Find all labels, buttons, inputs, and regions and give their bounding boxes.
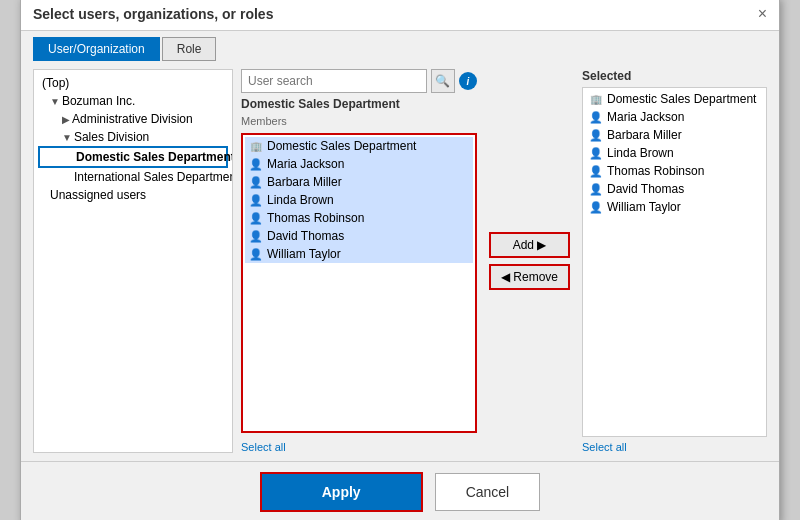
- selected-item[interactable]: 👤 David Thomas: [585, 180, 764, 198]
- selected-item[interactable]: 👤 Linda Brown: [585, 144, 764, 162]
- user-icon: 👤: [249, 247, 263, 261]
- tab-bar: User/Organization Role: [21, 31, 779, 61]
- search-input[interactable]: [241, 69, 427, 93]
- search-bar: 🔍 i: [241, 69, 477, 93]
- org-icon: 🏢: [589, 92, 603, 106]
- close-button[interactable]: ×: [758, 6, 767, 22]
- selected-item[interactable]: 👤 Barbara Miller: [585, 126, 764, 144]
- user-icon: 👤: [589, 110, 603, 124]
- selected-item[interactable]: 🏢 Domestic Sales Department: [585, 90, 764, 108]
- list-item[interactable]: 👤 David Thomas: [245, 227, 473, 245]
- list-item[interactable]: 👤 Thomas Robinson: [245, 209, 473, 227]
- user-icon: 👤: [249, 229, 263, 243]
- expand-icon: ▶: [62, 114, 70, 125]
- user-icon: 👤: [249, 211, 263, 225]
- cancel-button[interactable]: Cancel: [435, 473, 541, 511]
- list-item[interactable]: 👤 Maria Jackson: [245, 155, 473, 173]
- selected-item[interactable]: 👤 William Taylor: [585, 198, 764, 216]
- tree-item-bozuman[interactable]: ▼Bozuman Inc.: [38, 92, 228, 110]
- user-icon: 👤: [589, 200, 603, 214]
- search-button[interactable]: 🔍: [431, 69, 455, 93]
- user-icon: 👤: [249, 157, 263, 171]
- selected-item[interactable]: 👤 Thomas Robinson: [585, 162, 764, 180]
- dialog-title: Select users, organizations, or roles: [33, 6, 273, 22]
- user-icon: 👤: [249, 175, 263, 189]
- middle-panel: 🔍 i Domestic Sales Department Members 🏢 …: [241, 69, 477, 453]
- tree-item-domestic-sales[interactable]: Domestic Sales Department: [38, 146, 228, 168]
- tree-panel: (Top) ▼Bozuman Inc. ▶Administrative Divi…: [33, 69, 233, 453]
- org-icon: 🏢: [249, 139, 263, 153]
- expand-icon: ▼: [50, 96, 60, 107]
- tree-item-admin-division[interactable]: ▶Administrative Division: [38, 110, 228, 128]
- user-icon: 👤: [589, 164, 603, 178]
- selected-title: Selected: [582, 69, 767, 83]
- tab-user-organization[interactable]: User/Organization: [33, 37, 160, 61]
- user-icon: 👤: [589, 128, 603, 142]
- remove-button[interactable]: ◀ Remove: [489, 264, 570, 290]
- action-buttons: Add ▶ ◀ Remove: [485, 69, 574, 453]
- user-icon: 👤: [589, 146, 603, 160]
- list-item[interactable]: 🏢 Domestic Sales Department: [245, 137, 473, 155]
- selected-list: 🏢 Domestic Sales Department 👤 Maria Jack…: [582, 87, 767, 437]
- dialog-title-bar: Select users, organizations, or roles ×: [21, 0, 779, 31]
- members-label: Members: [241, 115, 477, 127]
- section-title: Domestic Sales Department: [241, 97, 477, 111]
- list-item[interactable]: 👤 William Taylor: [245, 245, 473, 263]
- info-icon[interactable]: i: [459, 72, 477, 90]
- tab-role[interactable]: Role: [162, 37, 217, 61]
- apply-button[interactable]: Apply: [260, 472, 423, 512]
- footer: Apply Cancel: [21, 461, 779, 520]
- tree-item-sales-division[interactable]: ▼Sales Division: [38, 128, 228, 146]
- select-all-link[interactable]: Select all: [241, 437, 477, 453]
- tree-item-unassigned[interactable]: Unassigned users: [38, 186, 228, 204]
- right-select-all-link[interactable]: Select all: [582, 437, 767, 453]
- user-icon: 👤: [249, 193, 263, 207]
- members-list: 🏢 Domestic Sales Department 👤 Maria Jack…: [241, 133, 477, 433]
- add-button[interactable]: Add ▶: [489, 232, 570, 258]
- list-item[interactable]: 👤 Barbara Miller: [245, 173, 473, 191]
- list-item[interactable]: 👤 Linda Brown: [245, 191, 473, 209]
- dialog: Select users, organizations, or roles × …: [20, 0, 780, 520]
- expand-icon: ▼: [62, 132, 72, 143]
- main-content: (Top) ▼Bozuman Inc. ▶Administrative Divi…: [21, 61, 779, 461]
- user-icon: 👤: [589, 182, 603, 196]
- right-panel: Selected 🏢 Domestic Sales Department 👤 M…: [582, 69, 767, 453]
- selected-item[interactable]: 👤 Maria Jackson: [585, 108, 764, 126]
- tree-item-top[interactable]: (Top): [38, 74, 228, 92]
- tree-item-intl-sales[interactable]: International Sales Department: [38, 168, 228, 186]
